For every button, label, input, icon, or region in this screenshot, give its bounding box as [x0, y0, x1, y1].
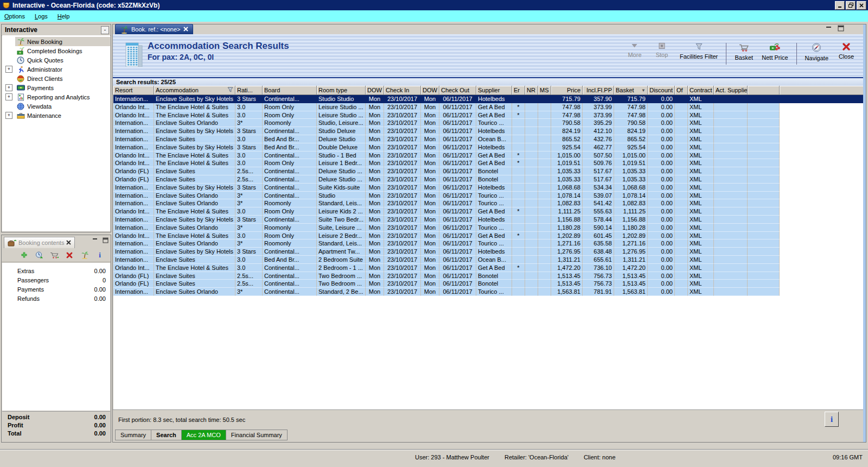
menu-item-options[interactable]: Options: [4, 13, 25, 20]
tab-booking-contents[interactable]: Booking contents: [4, 237, 75, 248]
panel-right-scroll-strip[interactable]: [863, 24, 866, 442]
panel-maximize-icon[interactable]: [103, 237, 108, 244]
delete-x-icon[interactable]: [65, 251, 74, 259]
table-row[interactable]: Internation...Enclave Suites by Sky Hote…: [113, 248, 864, 256]
sidebar-item-payments[interactable]: +Payments: [2, 83, 110, 92]
table-row[interactable]: Orlando Int...The Enclave Hotel & Suites…: [113, 103, 864, 111]
table-row[interactable]: Internation...Enclave Suites by Sky Hote…: [113, 143, 864, 152]
table-row[interactable]: Orlando (FL)Enclave Suites2.5s...Contine…: [113, 175, 864, 184]
sidebar-item-administrator[interactable]: +Administrator: [2, 65, 110, 74]
table-row[interactable]: Internation...Enclave Suites Orlando3*Ro…: [113, 239, 864, 248]
table-row[interactable]: Internation...Enclave Suites by Sky Hote…: [113, 127, 864, 135]
column-header-dow[interactable]: DOW: [366, 86, 384, 95]
column-header-check-in[interactable]: Check In: [384, 86, 421, 95]
basket-button[interactable]: Basket: [732, 42, 756, 62]
column-header-incl-fl-pp[interactable]: Incl.Fl.PP: [583, 86, 614, 95]
table-row[interactable]: Orlando Int...The Enclave Hotel & Suites…: [113, 232, 864, 240]
table-row[interactable]: Internation...Enclave Suites Orlando3*Co…: [113, 288, 864, 296]
sidebar-item-reporting-and-analytics[interactable]: +Reporting and Analytics: [2, 92, 110, 102]
tab-financial-summary[interactable]: Financial Summary: [226, 430, 288, 440]
column-header-price[interactable]: Price: [551, 86, 583, 95]
table-row[interactable]: Internation...Enclave Suites by Sky Hote…: [113, 95, 864, 103]
facilities-filter-button[interactable]: Facilities Filter: [677, 42, 720, 61]
table-row[interactable]: Internation...Enclave Suites by Sky Hote…: [113, 216, 864, 224]
table-row[interactable]: Internation...Enclave Suites Orlando3*Co…: [113, 192, 864, 200]
sidebar-item-maintenance[interactable]: +Maintenance: [2, 111, 110, 120]
table-row[interactable]: Orlando Int...The Enclave Hotel & Suites…: [113, 207, 864, 216]
booking-contents-panel: Booking contents i Extras0.00Passengers0…: [1, 235, 111, 443]
column-header-er[interactable]: Er: [512, 86, 525, 95]
expand-icon[interactable]: +: [5, 93, 12, 100]
sidebar-item-viewdata[interactable]: Viewdata: [2, 102, 110, 111]
column-header-rati-[interactable]: Rati...: [235, 86, 263, 95]
tab-summary[interactable]: Summary: [115, 430, 151, 440]
table-row[interactable]: Orlando Int...The Enclave Hotel & Suites…: [113, 111, 864, 119]
table-row[interactable]: Orlando (FL)Enclave Suites2.5s...Contine…: [113, 272, 864, 280]
column-header-nr[interactable]: NR: [525, 86, 538, 95]
sidebar-item-direct-clients[interactable]: Direct Clients: [2, 74, 110, 83]
column-header-act-supplier[interactable]: Act. Supplier: [714, 86, 748, 95]
table-row[interactable]: Internation...Enclave Suites3.0Bed And B…: [113, 256, 864, 264]
panel-maximize-icon[interactable]: [838, 25, 844, 33]
collapse-panel-icon[interactable]: -: [101, 26, 109, 34]
table-row[interactable]: Orlando (FL)Enclave Suites2.5s...Contine…: [113, 167, 864, 175]
table-row[interactable]: Internation...Enclave Suites Orlando3*Ro…: [113, 119, 864, 127]
basket-transfer-icon[interactable]: [50, 251, 59, 259]
sidebar-item-completed-bookings[interactable]: Completed Bookings: [2, 46, 110, 55]
cell: Mon: [421, 135, 439, 143]
table-row[interactable]: Orlando (FL)Enclave Suites2.5s...Contine…: [113, 280, 864, 288]
table-row[interactable]: Internation...Enclave Suites by Sky Hote…: [113, 184, 864, 192]
table-row[interactable]: Internation...Enclave Suites Orlando3*Ro…: [113, 199, 864, 207]
column-header-dow[interactable]: DOW: [421, 86, 439, 95]
summary-label: Extras: [17, 268, 34, 274]
tab-book-ref[interactable]: Book. ref.: <none>: [115, 24, 193, 34]
sidebar-item-quick-quotes[interactable]: Quick Quotes: [2, 55, 110, 65]
tab-search[interactable]: Search: [151, 430, 182, 440]
plus-icon[interactable]: [20, 251, 28, 259]
expand-icon[interactable]: +: [5, 84, 12, 91]
column-header-check-out[interactable]: Check Out: [439, 86, 476, 95]
cell: Leisure Studio ...: [317, 103, 366, 111]
table-row[interactable]: Orlando Int...The Enclave Hotel & Suites…: [113, 159, 864, 167]
expand-icon[interactable]: +: [5, 112, 12, 119]
nett-price-button[interactable]: Nett Price: [759, 42, 790, 62]
cell: 1,015.00: [614, 152, 648, 160]
table-row[interactable]: Orlando Int...The Enclave Hotel & Suites…: [113, 152, 864, 160]
column-header-accommodation[interactable]: Accommodation: [154, 86, 235, 95]
info-icon[interactable]: i: [95, 251, 104, 259]
column-header-board[interactable]: Board: [263, 86, 317, 95]
close-tab-icon[interactable]: [183, 26, 188, 33]
table-row[interactable]: Internation...Enclave Suites3.0Bed And B…: [113, 135, 864, 143]
close-icon[interactable]: [857, 1, 866, 10]
refresh-icon[interactable]: [35, 251, 43, 259]
close-button[interactable]: Close: [834, 42, 858, 61]
cell: 3.0: [235, 111, 263, 119]
column-header-room-type[interactable]: Room type: [317, 86, 366, 95]
cell: 462.77: [583, 143, 614, 152]
sidebar-item-new-booking[interactable]: New Booking: [2, 37, 110, 46]
minimize-icon[interactable]: [835, 1, 845, 10]
column-header-resort[interactable]: Resort: [113, 86, 154, 95]
menu-item-logs[interactable]: Logs: [35, 13, 48, 20]
cell: Tourico ...: [476, 288, 512, 296]
tab-acc-2a-mco[interactable]: Acc 2A MCO: [182, 430, 226, 440]
table-row[interactable]: Orlando Int...The Enclave Hotel & Suites…: [113, 264, 864, 272]
close-tab-icon[interactable]: [66, 239, 71, 246]
column-header-basket[interactable]: Basket▼: [614, 86, 648, 95]
panel-minimize-icon[interactable]: [92, 237, 98, 244]
column-header-contract[interactable]: Contract: [688, 86, 714, 95]
column-header-of[interactable]: Of: [675, 86, 688, 95]
expand-icon[interactable]: +: [5, 66, 12, 73]
navigate-button[interactable]: Navigate: [802, 42, 831, 62]
panel-minimize-icon[interactable]: [826, 25, 832, 33]
restore-icon[interactable]: [846, 1, 856, 10]
column-header-supplier[interactable]: Supplier: [476, 86, 512, 95]
menu-item-help[interactable]: Help: [58, 13, 70, 20]
table-row[interactable]: Internation...Enclave Suites Orlando3*Ro…: [113, 224, 864, 232]
info-button[interactable]: i: [825, 412, 839, 427]
palm-icon[interactable]: [80, 251, 89, 259]
column-header-discount[interactable]: Discount: [648, 86, 675, 95]
column-header-ms[interactable]: MS: [538, 86, 551, 95]
filter-funnel-icon[interactable]: [227, 87, 233, 93]
cell: 0.00: [648, 167, 675, 175]
